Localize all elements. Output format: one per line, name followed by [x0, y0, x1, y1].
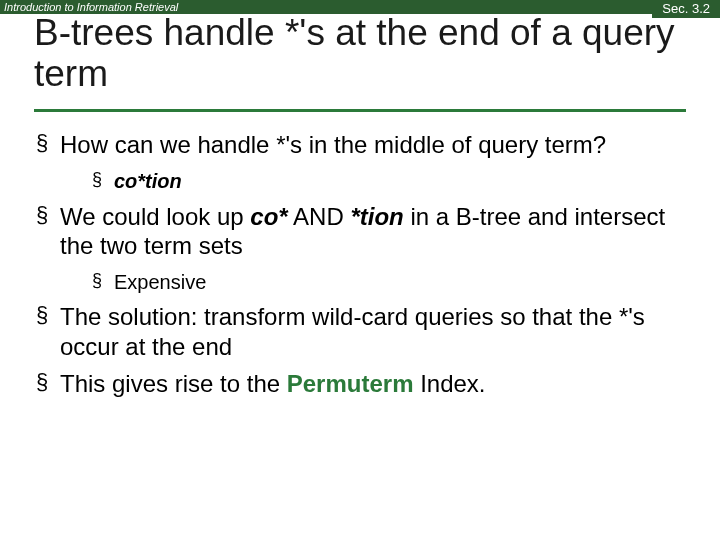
bullet-2-mid: AND — [288, 203, 351, 230]
bullet-1: How can we handle *'s in the middle of q… — [36, 130, 684, 194]
bullet-4: This gives rise to the Permuterm Index. — [36, 369, 684, 398]
slide-title: B-trees handle *'s at the end of a query… — [34, 12, 686, 95]
bullet-4-pre: This gives rise to the — [60, 370, 287, 397]
bullet-1-text: How can we handle *'s in the middle of q… — [60, 131, 606, 158]
bullet-2-sub-text: Expensive — [114, 271, 206, 293]
title-wrap: B-trees handle *'s at the end of a query… — [0, 12, 720, 103]
bullet-list: How can we handle *'s in the middle of q… — [36, 130, 684, 398]
bullet-2-sub: Expensive — [92, 270, 684, 294]
bullet-2: We could look up co* AND *tion in a B-tr… — [36, 202, 684, 295]
bullet-3: The solution: transform wild-card querie… — [36, 302, 684, 361]
course-label: Introduction to Information Retrieval — [4, 1, 178, 13]
bullet-4-post: Index. — [413, 370, 485, 397]
section-tag: Sec. 3.2 — [652, 0, 720, 18]
slide-content: How can we handle *'s in the middle of q… — [0, 112, 720, 398]
bullet-1-sub: co*tion — [92, 169, 684, 193]
bullet-4-term: Permuterm — [287, 370, 414, 397]
bullet-1-sub-text: co*tion — [114, 170, 182, 192]
bullet-2-term2: *tion — [350, 203, 403, 230]
bullet-2-term1: co* — [250, 203, 287, 230]
bullet-2-pre: We could look up — [60, 203, 250, 230]
bullet-3-text: The solution: transform wild-card querie… — [60, 303, 645, 359]
header-bar: Introduction to Information Retrieval Se… — [0, 0, 720, 14]
